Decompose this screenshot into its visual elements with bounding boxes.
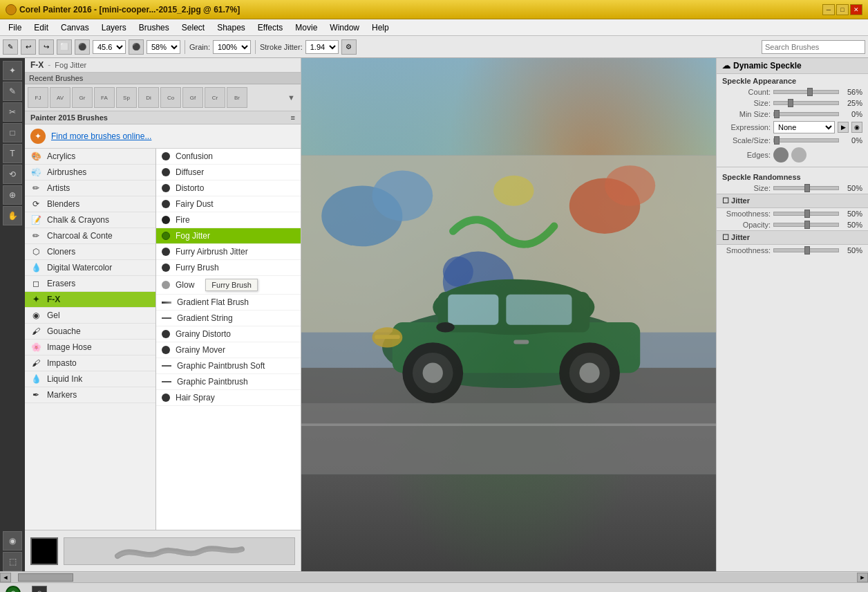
count-slider[interactable] bbox=[773, 90, 839, 94]
tool-2[interactable]: ↩ bbox=[21, 39, 36, 55]
settings-icon[interactable]: ⚙ bbox=[341, 39, 357, 55]
jitter1-smooth-slider[interactable] bbox=[773, 212, 839, 216]
expression-icon-1[interactable]: ▶ bbox=[838, 122, 849, 133]
jitter1-checkbox[interactable]: ☐ bbox=[722, 196, 729, 205]
jitter1-opacity-slider[interactable] bbox=[773, 223, 839, 227]
recent-icon-7[interactable]: Gf bbox=[182, 87, 203, 108]
menu-edit[interactable]: Edit bbox=[28, 21, 54, 34]
left-tool-bottom-2[interactable]: ⬚ bbox=[3, 552, 22, 571]
brush-item-graphic-paintbrush[interactable]: Graphic Paintbrush bbox=[156, 374, 301, 390]
brush-item-grainy-distorto[interactable]: Grainy Distorto bbox=[156, 326, 301, 342]
brush-item-furry-brush[interactable]: Furry Brush bbox=[156, 260, 301, 276]
category-gouache[interactable]: 🖌 Gouache bbox=[25, 324, 155, 340]
status-icon-1[interactable]: ⊕ bbox=[6, 586, 21, 593]
edge-swatch-1[interactable] bbox=[773, 147, 789, 163]
category-markers[interactable]: ✒ Markers bbox=[25, 387, 155, 403]
recent-expand-icon[interactable]: ▼ bbox=[287, 93, 295, 102]
find-brushes-link[interactable]: Find more brushes online... bbox=[51, 131, 151, 141]
tool-4[interactable]: ⬜ bbox=[57, 39, 72, 55]
menu-canvas[interactable]: Canvas bbox=[55, 21, 95, 34]
maximize-button[interactable]: □ bbox=[836, 4, 849, 15]
left-tool-1[interactable]: ✦ bbox=[3, 61, 22, 80]
jitter2-checkbox[interactable]: ☐ bbox=[722, 233, 729, 241]
expression-select[interactable]: None bbox=[773, 121, 835, 133]
menu-help[interactable]: Help bbox=[366, 21, 395, 34]
menu-window[interactable]: Window bbox=[324, 21, 365, 34]
scroll-right-btn[interactable]: ► bbox=[857, 573, 868, 582]
scrollbar-horizontal[interactable]: ◄ ► bbox=[0, 571, 868, 582]
minsize-slider[interactable] bbox=[773, 112, 839, 116]
recent-icon-4[interactable]: Sp bbox=[116, 87, 137, 108]
grain-select[interactable]: 100% bbox=[213, 40, 251, 54]
brush-item-gradient-string[interactable]: Gradient String bbox=[156, 311, 301, 326]
recent-icon-6[interactable]: Co bbox=[160, 87, 181, 108]
jitter2-smooth-slider[interactable] bbox=[773, 248, 839, 252]
left-tool-bottom-1[interactable]: ◉ bbox=[3, 531, 22, 551]
recent-icon-1[interactable]: AV bbox=[50, 87, 70, 108]
category-fx[interactable]: ✦ F-X bbox=[25, 292, 155, 308]
category-impasto[interactable]: 🖌 Impasto bbox=[25, 355, 155, 371]
recent-icon-3[interactable]: FA bbox=[94, 87, 115, 108]
category-artists[interactable]: ✏ Artists bbox=[25, 181, 155, 196]
status-icon-2[interactable]: ⊙ bbox=[32, 586, 47, 593]
category-gel[interactable]: ◉ Gel bbox=[25, 308, 155, 324]
category-acrylics[interactable]: 🎨 Acrylics bbox=[25, 149, 155, 165]
category-cloners[interactable]: ⬡ Cloners bbox=[25, 244, 155, 260]
recent-icon-9[interactable]: Br bbox=[227, 87, 247, 108]
menu-effects[interactable]: Effects bbox=[252, 21, 288, 34]
search-brushes-input[interactable] bbox=[762, 40, 865, 54]
brush-item-grainy-mover[interactable]: Grainy Mover bbox=[156, 342, 301, 358]
menu-select[interactable]: Select bbox=[176, 21, 210, 34]
opacity-select[interactable]: 58% bbox=[147, 40, 180, 54]
menu-file[interactable]: File bbox=[3, 21, 27, 34]
category-airbrushes[interactable]: 💨 Airbrushes bbox=[25, 165, 155, 181]
size-select[interactable]: 45.6 bbox=[93, 40, 126, 54]
brush-item-hair-spray[interactable]: Hair Spray bbox=[156, 390, 301, 406]
recent-icon-2[interactable]: Gr bbox=[72, 87, 93, 108]
canvas-area[interactable] bbox=[301, 58, 716, 571]
menu-brushes[interactable]: Brushes bbox=[133, 21, 175, 34]
brush-item-fog-jitter[interactable]: Fog Jitter bbox=[156, 228, 301, 244]
category-charcoal[interactable]: ✏ Charcoal & Conte bbox=[25, 228, 155, 244]
brush-item-graphic-paintbrush-soft[interactable]: Graphic Paintbrush Soft bbox=[156, 358, 301, 374]
brush-icon[interactable]: ✎ bbox=[3, 39, 18, 55]
category-liquid-ink[interactable]: 💧 Liquid Ink bbox=[25, 371, 155, 387]
left-tool-4[interactable]: □ bbox=[3, 123, 22, 142]
left-tool-2[interactable]: ✎ bbox=[3, 82, 22, 101]
recent-icon-5[interactable]: Di bbox=[138, 87, 159, 108]
tool-3[interactable]: ↪ bbox=[39, 39, 54, 55]
brushes-menu-icon[interactable]: ≡ bbox=[291, 113, 295, 122]
menu-movie[interactable]: Movie bbox=[290, 21, 323, 34]
brush-item-gradient-flat[interactable]: Gradient Flat Brush bbox=[156, 295, 301, 311]
brush-item-fire[interactable]: Fire bbox=[156, 212, 301, 228]
scroll-left-btn[interactable]: ◄ bbox=[0, 573, 11, 582]
close-button[interactable]: ✕ bbox=[850, 4, 862, 15]
scroll-thumb[interactable] bbox=[18, 573, 73, 582]
category-image-hose[interactable]: 🌸 Image Hose bbox=[25, 340, 155, 355]
left-tool-8[interactable]: ✋ bbox=[3, 206, 22, 225]
brush-item-furry-airbrush[interactable]: Furry Airbrush Jitter bbox=[156, 244, 301, 260]
rand-size-slider[interactable] bbox=[773, 186, 839, 190]
color-swatch[interactable] bbox=[30, 537, 58, 565]
category-digital-watercolor[interactable]: 💧 Digital Watercolor bbox=[25, 260, 155, 276]
minimize-button[interactable]: ─ bbox=[822, 4, 835, 15]
size-slider[interactable] bbox=[773, 101, 839, 105]
brush-item-confusion[interactable]: Confusion bbox=[156, 149, 301, 165]
expression-icon-2[interactable]: ◉ bbox=[851, 122, 862, 133]
category-chalk[interactable]: 📝 Chalk & Crayons bbox=[25, 212, 155, 228]
left-tool-6[interactable]: ⟲ bbox=[3, 165, 22, 184]
left-tool-5[interactable]: T bbox=[3, 144, 22, 163]
category-blenders[interactable]: ⟳ Blenders bbox=[25, 196, 155, 212]
brush-item-glow[interactable]: Glow Furry Brush bbox=[156, 276, 301, 295]
brush-item-diffuser[interactable]: Diffuser bbox=[156, 165, 301, 181]
jitter-select[interactable]: 1.94 bbox=[305, 40, 339, 54]
left-tool-3[interactable]: ✂ bbox=[3, 102, 22, 122]
menu-shapes[interactable]: Shapes bbox=[211, 21, 251, 34]
menu-layers[interactable]: Layers bbox=[96, 21, 132, 34]
recent-icon-8[interactable]: Cr bbox=[205, 87, 225, 108]
scalesize-slider[interactable] bbox=[773, 138, 839, 142]
recent-icon-0[interactable]: FJ bbox=[28, 87, 48, 108]
edge-swatch-2[interactable] bbox=[791, 147, 806, 163]
brush-item-distorto[interactable]: Distorto bbox=[156, 181, 301, 196]
brush-item-fairy-dust[interactable]: Fairy Dust bbox=[156, 196, 301, 212]
